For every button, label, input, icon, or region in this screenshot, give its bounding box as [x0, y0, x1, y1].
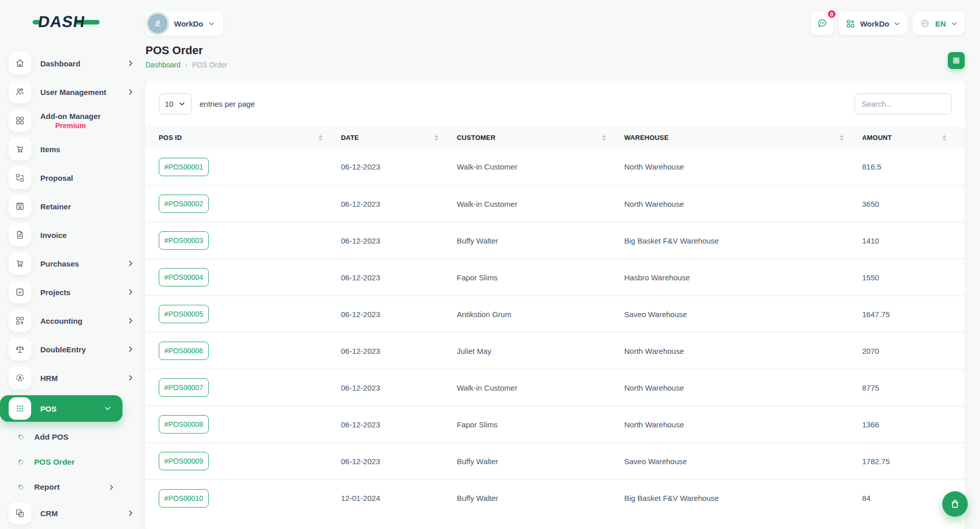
sidebar-item-doubleentry[interactable]: DoubleEntry [0, 338, 145, 360]
chat-icon [817, 18, 828, 29]
pos-id-badge[interactable]: #POS00008 [159, 415, 209, 434]
sidebar-subitem-add-pos[interactable]: Add POS [0, 427, 145, 447]
cell-date: 06-12-2023 [341, 369, 457, 406]
pos-order-table: POS ID DATE CUSTOMER WAREHOUSE AMOUNT #P… [145, 127, 965, 516]
sidebar-item-retainer[interactable]: Retainer [0, 195, 145, 218]
sidebar-item-invoice[interactable]: Invoice [0, 224, 145, 246]
cell-pos-id: #POS00003 [145, 222, 341, 259]
pos-id-badge[interactable]: #POS00002 [159, 195, 209, 213]
pos-id-badge[interactable]: #POS00009 [159, 452, 209, 470]
page-header: POS Order Dashboard › POS Order [145, 44, 965, 69]
cell-pos-id: #POS00004 [145, 259, 341, 296]
pos-id-badge[interactable]: #POS00004 [159, 268, 209, 286]
dots-grid-icon [9, 397, 31, 420]
topbar: WorkDo 0 WorkDo EN [145, 0, 965, 36]
column-header-amount[interactable]: AMOUNT [862, 127, 965, 149]
cell-warehouse: Hasbro Warehouse [624, 259, 862, 296]
workspace-avatar [148, 14, 167, 33]
cart-icon [9, 138, 31, 160]
sidebar-item-projects[interactable]: Projects [0, 281, 145, 303]
cell-warehouse: North Warehouse [624, 185, 862, 222]
messages-button[interactable]: 0 [811, 12, 834, 35]
cell-customer: Antikstion Grum [457, 296, 624, 332]
sidebar-item-label: CRM [40, 509, 58, 518]
cell-pos-id: #POS00002 [145, 185, 341, 222]
cell-pos-id: #POS00007 [145, 369, 341, 406]
cell-amount: 1366 [862, 406, 965, 443]
cell-warehouse: Big Basket F&V Warehouse [624, 222, 862, 259]
search-input[interactable] [854, 93, 951, 114]
cell-date: 06-12-2023 [341, 149, 457, 185]
sidebar-subitem-label: POS Order [34, 458, 75, 467]
pos-id-badge[interactable]: #POS00006 [159, 342, 209, 360]
cell-warehouse: North Warehouse [624, 332, 862, 369]
table-row: #POS00010 12-01-2024 Buffy Walter Big Ba… [145, 479, 965, 516]
pos-id-badge[interactable]: #POS00010 [159, 489, 209, 508]
sidebar-item-purchases[interactable]: Purchases [0, 252, 145, 275]
cell-amount: 1410 [862, 222, 965, 259]
sidebar-item-items[interactable]: Items [0, 138, 145, 160]
app-switcher[interactable]: WorkDo [839, 12, 908, 35]
sidebar-item-label: Add-on Manager [40, 112, 101, 121]
cell-amount: 1782.75 [862, 443, 965, 479]
breadcrumb-separator: › [185, 61, 188, 69]
overlap-squares-icon [9, 502, 31, 524]
brand-logo[interactable]: DASH [33, 13, 145, 31]
sidebar-item-proposal[interactable]: Proposal [0, 166, 145, 189]
sidebar-item-label: Projects [40, 288, 70, 297]
chevron-right-icon [127, 260, 134, 267]
cell-warehouse: North Warehouse [624, 149, 862, 185]
sort-icon [434, 135, 438, 141]
sort-icon [942, 135, 946, 141]
cell-customer: Buffy Walter [457, 479, 624, 516]
sidebar-nav: Dashboard User Management Add-on Manager… [0, 52, 145, 529]
sidebar-item-hrm[interactable]: HRM [0, 367, 145, 389]
sidebar-item-accounting[interactable]: Accounting [0, 309, 145, 332]
breadcrumb: Dashboard › POS Order [145, 61, 227, 69]
column-header-warehouse[interactable]: WAREHOUSE [624, 127, 862, 149]
breadcrumb-current: POS Order [192, 61, 227, 69]
pos-order-card: 10 entries per page POS ID DATE CUSTOMER… [145, 81, 965, 529]
sidebar-item-label: HRM [40, 374, 58, 382]
pos-cart-fab[interactable] [942, 491, 968, 517]
entries-per-page-select[interactable]: 10 [159, 93, 191, 114]
pos-id-badge[interactable]: #POS00001 [159, 158, 209, 176]
topbar-actions: 0 WorkDo EN [811, 12, 965, 35]
cell-customer: Juliet May [457, 332, 624, 369]
pos-id-badge[interactable]: #POS00005 [159, 305, 209, 323]
column-header-customer[interactable]: CUSTOMER [457, 127, 624, 149]
cell-amount: 2070 [862, 332, 965, 369]
sidebar-item-crm[interactable]: CRM [0, 502, 145, 524]
language-selector[interactable]: EN [913, 12, 965, 35]
cell-warehouse: North Warehouse [624, 369, 862, 406]
layout-grid-button[interactable] [948, 52, 965, 69]
table-row: #POS00004 06-12-2023 Fapor Slims Hasbro … [145, 259, 965, 296]
bullet-ring-icon [17, 484, 24, 491]
sidebar-subitem-pos-order[interactable]: POS Order [0, 452, 145, 472]
workspace-selector[interactable]: WorkDo [145, 11, 223, 36]
cell-customer: Walk-in Customer [457, 185, 624, 222]
sidebar-item-addon-manager[interactable]: Add-on Manager Premium [0, 109, 145, 132]
sidebar-item-dashboard[interactable]: Dashboard [0, 52, 145, 75]
cell-warehouse: North Warehouse [624, 406, 862, 443]
breadcrumb-dashboard-link[interactable]: Dashboard [145, 61, 181, 69]
chevron-down-icon [894, 20, 900, 27]
cell-date: 06-12-2023 [341, 259, 457, 296]
column-header-pos-id[interactable]: POS ID [145, 127, 341, 149]
chevron-right-icon [127, 88, 134, 95]
table-row: #POS00002 06-12-2023 Walk-in Customer No… [145, 185, 965, 222]
sidebar-item-pos[interactable]: POS [0, 395, 122, 422]
pos-id-badge[interactable]: #POS00007 [159, 378, 209, 397]
sidebar-subitem-report[interactable]: Report [0, 477, 145, 497]
sort-icon [840, 135, 844, 141]
sidebar-item-label: User Management [40, 88, 106, 97]
table-row: #POS00009 06-12-2023 Buffy Walter Saveo … [145, 443, 965, 479]
sidebar-item-label: Proposal [40, 174, 73, 182]
column-header-date[interactable]: DATE [341, 127, 457, 149]
chevron-right-icon [127, 288, 134, 296]
chevron-right-icon [108, 484, 115, 491]
cell-warehouse: Saveo Warehouse [624, 296, 862, 332]
cell-pos-id: #POS00006 [145, 332, 341, 369]
pos-id-badge[interactable]: #POS00003 [159, 231, 209, 250]
sidebar-item-user-management[interactable]: User Management [0, 81, 145, 103]
